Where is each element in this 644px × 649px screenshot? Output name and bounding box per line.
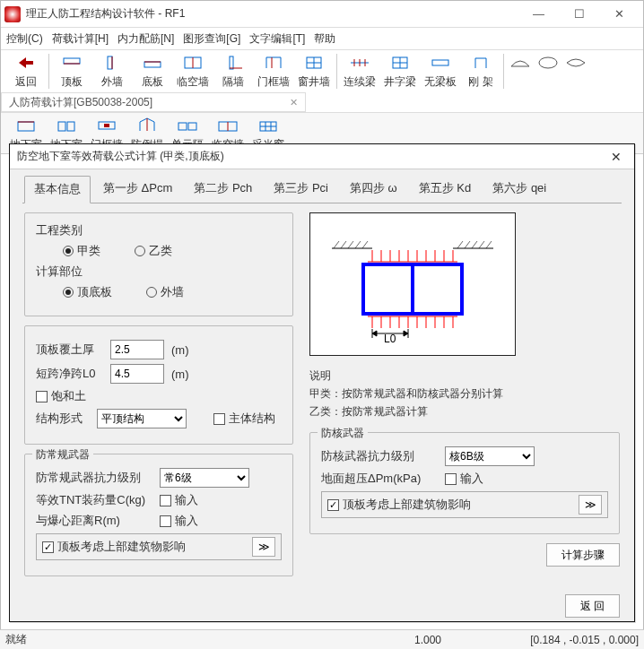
group-nuclear-weapon: 防核武器 防核武器抗力级别 核6B级 地面超压ΔPm(kPa) 输入 顶板考虑上… bbox=[309, 432, 620, 534]
maximize-button[interactable]: ☐ bbox=[559, 2, 599, 27]
group-project-type: 工程类别 甲类 乙类 计算部位 顶底板 外墙 bbox=[24, 212, 293, 316]
label-nuclear-weapon: 防核武器 bbox=[318, 426, 368, 441]
status-ready: 就绪 bbox=[5, 632, 199, 647]
note-block: 说明 甲类：按防常规武器和防核武器分别计算 乙类：按防常规武器计算 bbox=[309, 368, 620, 420]
svg-rect-2 bbox=[108, 56, 112, 69]
close-button[interactable]: ✕ bbox=[599, 2, 640, 27]
checkbox-main-struct[interactable]: 主体结构 bbox=[213, 411, 275, 427]
label-cover-thickness: 顶板覆土厚 bbox=[36, 342, 103, 358]
svg-rect-31 bbox=[188, 123, 196, 130]
window-title: 理正人防工程结构设计软件 - RF1 bbox=[26, 6, 518, 22]
note-title: 说明 bbox=[309, 368, 620, 384]
menu-text[interactable]: 文字编辑[T] bbox=[249, 31, 305, 47]
expand-button-nuc[interactable]: ≫ bbox=[579, 495, 602, 515]
dialog-tabs: 基本信息 第一步 ΔPcm 第二步 Pch 第三步 Pci 第四步 ω 第五步 … bbox=[10, 169, 634, 203]
tool-shape-1[interactable] bbox=[507, 53, 534, 90]
svg-rect-23 bbox=[18, 122, 34, 131]
menu-graphic[interactable]: 图形查询[G] bbox=[183, 31, 240, 47]
svg-rect-0 bbox=[64, 58, 80, 64]
tool-blast-wall[interactable]: 临空墙 bbox=[173, 53, 213, 90]
strip-close-icon[interactable]: ✕ bbox=[290, 93, 298, 111]
select-conv-resist-level[interactable]: 常6级 bbox=[160, 468, 249, 488]
minimize-button[interactable]: — bbox=[518, 2, 559, 27]
radio-ext-wall[interactable]: 外墙 bbox=[146, 284, 184, 300]
svg-line-48 bbox=[479, 241, 484, 248]
svg-rect-25 bbox=[58, 122, 65, 131]
svg-line-49 bbox=[486, 241, 492, 248]
tool-rigid-frame[interactable]: 刚 架 bbox=[461, 53, 500, 90]
note-line-2: 乙类：按防常规武器计算 bbox=[309, 404, 620, 420]
tab-step1[interactable]: 第一步 ΔPcm bbox=[94, 176, 181, 203]
status-scale: 1.000 bbox=[199, 634, 477, 646]
menu-help[interactable]: 帮助 bbox=[314, 31, 335, 47]
note-line-1: 甲类：按防常规武器和防核武器分别计算 bbox=[309, 386, 620, 402]
info-strip: 人防荷载计算[GB50038-2005] ✕ bbox=[1, 92, 306, 112]
radio-class-b[interactable]: 乙类 bbox=[135, 243, 172, 259]
checkbox-saturated-soil[interactable]: 饱和土 bbox=[36, 388, 86, 404]
tool-grid-beam[interactable]: 井字梁 bbox=[380, 53, 420, 90]
tab-step2[interactable]: 第二步 Pch bbox=[185, 176, 261, 203]
label-conv-weapon: 防常规武器 bbox=[32, 447, 93, 463]
structure-diagram: L0 bbox=[309, 212, 516, 356]
calc-steps-button[interactable]: 计算步骤 bbox=[546, 543, 620, 567]
dialog-title: 防空地下室等效荷载公式计算 (甲类,顶底板) bbox=[17, 149, 605, 164]
checkbox-overpressure-input[interactable]: 输入 bbox=[445, 471, 483, 487]
tool-top-slab[interactable]: 顶板 bbox=[52, 53, 91, 90]
tab-step5[interactable]: 第五步 Kd bbox=[410, 176, 481, 203]
status-coords: [0.184 , -0.015 , 0.000] bbox=[477, 634, 639, 646]
svg-rect-21 bbox=[432, 60, 448, 65]
checkbox-top-building-effect-nuc[interactable]: 顶板考虑上部建筑物影响 bbox=[327, 497, 471, 513]
dialog-close-button[interactable]: ✕ bbox=[605, 150, 627, 164]
select-nuc-resist-level[interactable]: 核6B级 bbox=[445, 446, 535, 466]
svg-rect-4 bbox=[144, 62, 161, 67]
tool-cont-beam[interactable]: 连续梁 bbox=[340, 53, 379, 90]
svg-rect-8 bbox=[230, 56, 233, 69]
tab-basic-info[interactable]: 基本信息 bbox=[24, 176, 91, 203]
checkbox-tnt-input[interactable]: 输入 bbox=[160, 492, 198, 508]
label-ground-overpressure: 地面超压ΔPm(kPa) bbox=[321, 471, 438, 487]
input-cover-thickness[interactable] bbox=[110, 340, 164, 359]
label-short-span: 短跨净跨L0 bbox=[36, 366, 103, 382]
label-project-type: 工程类别 bbox=[36, 222, 83, 238]
tool-ext-wall[interactable]: 外墙 bbox=[92, 53, 132, 90]
expand-button-conv[interactable]: ≫ bbox=[252, 537, 275, 557]
radio-class-a[interactable]: 甲类 bbox=[63, 243, 100, 259]
tool-shape-2[interactable] bbox=[535, 53, 561, 90]
checkbox-top-building-effect-conv[interactable]: 顶板考虑上部建筑物影响 bbox=[42, 539, 186, 555]
dialog-load-formula: 防空地下室等效荷载公式计算 (甲类,顶底板) ✕ 基本信息 第一步 ΔPcm 第… bbox=[9, 143, 635, 622]
svg-line-41 bbox=[341, 241, 346, 248]
tool-bottom-slab[interactable]: 底板 bbox=[133, 53, 172, 90]
tab-step3[interactable]: 第三步 Pci bbox=[265, 176, 337, 203]
tool-flat-slab[interactable]: 无梁板 bbox=[421, 53, 460, 90]
svg-rect-28 bbox=[104, 124, 109, 127]
tab-step4[interactable]: 第四步 ω bbox=[341, 176, 406, 203]
label-calc-part: 计算部位 bbox=[36, 264, 83, 280]
label-struct-form: 结构形式 bbox=[36, 411, 90, 427]
svg-rect-30 bbox=[178, 123, 187, 130]
label-blast-distance: 与爆心距离R(m) bbox=[36, 513, 152, 529]
label-tnt-charge: 等效TNT装药量C(kg) bbox=[36, 492, 152, 508]
toolbar-main: 返回 顶板 外墙 底板 临空墙 隔墙 门框墙 窗井墙 连续梁 井字梁 无梁板 刚… bbox=[1, 49, 643, 91]
app-icon bbox=[4, 6, 21, 22]
svg-line-47 bbox=[472, 241, 477, 248]
checkbox-dist-input[interactable]: 输入 bbox=[160, 513, 198, 529]
radio-top-bottom-slab[interactable]: 顶底板 bbox=[63, 284, 112, 300]
tool-back[interactable]: 返回 bbox=[6, 53, 46, 90]
tool-partition[interactable]: 隔墙 bbox=[213, 53, 253, 90]
svg-line-43 bbox=[355, 241, 361, 248]
label-nuc-resist-level: 防核武器抗力级别 bbox=[321, 448, 438, 464]
tab-step6[interactable]: 第六步 qei bbox=[483, 176, 555, 203]
svg-line-44 bbox=[362, 241, 368, 248]
menu-load[interactable]: 荷载计算[H] bbox=[52, 31, 109, 47]
menu-control[interactable]: 控制(C) bbox=[6, 31, 43, 47]
menu-bar: 控制(C) 荷载计算[H] 内力配筋[N] 图形查询[G] 文字编辑[T] 帮助 bbox=[1, 28, 643, 49]
label-conv-resist-level: 防常规武器抗力级别 bbox=[36, 470, 152, 486]
tool-shape-3[interactable] bbox=[562, 53, 589, 90]
menu-force[interactable]: 内力配筋[N] bbox=[117, 31, 174, 47]
tool-door-frame[interactable]: 门框墙 bbox=[254, 53, 293, 90]
status-bar: 就绪 1.000 [0.184 , -0.015 , 0.000] bbox=[0, 629, 644, 649]
input-short-span[interactable] bbox=[110, 364, 164, 384]
select-struct-form[interactable]: 平顶结构 bbox=[97, 409, 187, 428]
dialog-back-button[interactable]: 返 回 bbox=[565, 594, 620, 618]
tool-window-well[interactable]: 窗井墙 bbox=[294, 53, 334, 90]
